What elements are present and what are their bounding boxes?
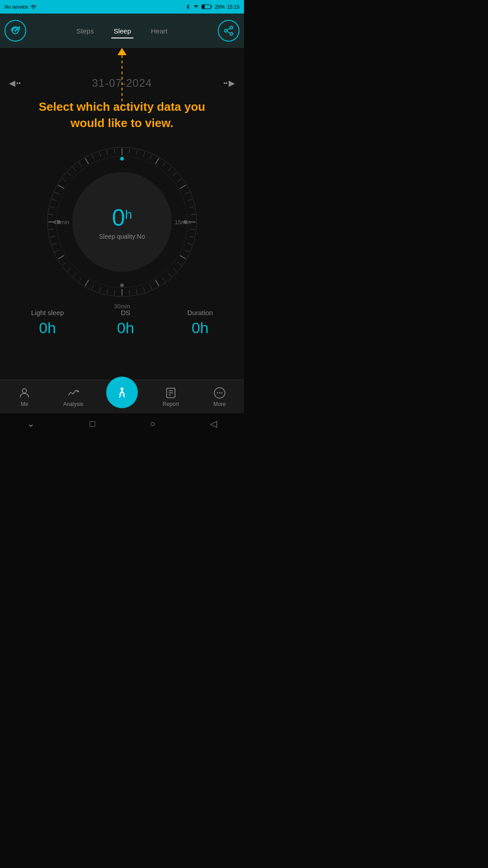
prompt-text: Select which activity data you would lik… xyxy=(25,90,219,141)
refresh-button[interactable] xyxy=(5,20,26,42)
svg-line-60 xyxy=(55,192,59,193)
sys-nav-circle[interactable]: ○ xyxy=(150,419,155,429)
svg-line-19 xyxy=(173,173,177,176)
svg-line-20 xyxy=(178,179,182,181)
svg-point-80 xyxy=(217,392,218,393)
home-center-button[interactable] xyxy=(106,377,138,408)
svg-rect-1 xyxy=(211,6,212,8)
svg-line-12 xyxy=(129,149,130,154)
svg-line-38 xyxy=(143,287,145,292)
svg-line-64 xyxy=(73,167,76,171)
wifi-icon xyxy=(193,4,199,9)
svg-line-33 xyxy=(173,268,177,271)
svg-line-23 xyxy=(188,199,192,200)
svg-line-42 xyxy=(114,290,115,295)
svg-line-63 xyxy=(67,173,71,176)
report-icon xyxy=(164,387,177,399)
dial-inner: 0 h Sleep quality:No xyxy=(72,172,172,272)
nav-report[interactable]: Report xyxy=(146,387,195,407)
svg-rect-2 xyxy=(202,5,205,9)
svg-line-31 xyxy=(180,255,186,259)
nav-report-label: Report xyxy=(163,401,179,407)
tabs-container: Steps Sleep Heart xyxy=(26,24,218,38)
svg-point-4 xyxy=(230,26,233,29)
next-date-button[interactable]: •• ▶ xyxy=(223,78,235,88)
svg-line-37 xyxy=(150,285,152,289)
sleep-time-display: 0 h xyxy=(112,204,132,231)
svg-line-36 xyxy=(155,280,159,286)
svg-point-72 xyxy=(77,390,79,392)
share-button[interactable] xyxy=(218,20,239,42)
svg-point-5 xyxy=(225,29,227,32)
svg-line-54 xyxy=(50,236,55,237)
tab-sleep[interactable]: Sleep xyxy=(104,24,141,38)
bluetooth-icon xyxy=(185,4,191,10)
sys-nav-square[interactable]: □ xyxy=(89,419,95,429)
tab-steps[interactable]: Steps xyxy=(66,24,103,38)
svg-line-24 xyxy=(189,207,194,208)
nav-more[interactable]: More xyxy=(195,387,244,407)
svg-line-57 xyxy=(49,214,54,215)
main-content: ◀ •• 31-07-2024 •• ▶ Select which activi… xyxy=(0,48,244,380)
svg-line-61 xyxy=(58,185,64,189)
nav-me-label: Me xyxy=(21,401,28,407)
svg-line-62 xyxy=(62,179,66,181)
svg-line-32 xyxy=(178,262,182,265)
signal-icon xyxy=(30,3,37,10)
svg-line-67 xyxy=(92,155,94,159)
stat-duration: Duration 0h xyxy=(187,309,213,337)
bottom-nav: Me Analysis Report xyxy=(0,380,244,413)
nav-more-label: More xyxy=(213,401,225,407)
light-sleep-label: Light sleep xyxy=(31,309,64,316)
nav-me[interactable]: Me xyxy=(0,387,49,407)
sleep-unit: h xyxy=(125,208,132,222)
svg-line-49 xyxy=(67,268,71,271)
svg-line-43 xyxy=(107,289,108,294)
sys-nav-back[interactable]: ◁ xyxy=(210,418,217,429)
nav-home[interactable] xyxy=(98,386,146,408)
svg-line-70 xyxy=(114,149,115,154)
nav-analysis-label: Analysis xyxy=(63,401,84,407)
svg-line-68 xyxy=(99,152,101,156)
sleep-dial: 45min 15min 30min 0 h Sleep quality:No xyxy=(45,145,199,299)
svg-line-18 xyxy=(168,167,171,171)
ds-value: 0h xyxy=(117,319,134,337)
svg-line-22 xyxy=(185,192,189,193)
dial-dot-bottom xyxy=(120,283,124,287)
share-icon xyxy=(223,25,234,36)
sys-nav-down[interactable]: ⌄ xyxy=(27,418,35,429)
svg-point-82 xyxy=(221,392,222,393)
sleep-quality: Sleep quality:No xyxy=(99,233,145,240)
time-text: 15:15 xyxy=(227,4,239,9)
battery-text: 29% xyxy=(215,4,225,9)
svg-line-40 xyxy=(129,290,130,295)
svg-line-30 xyxy=(185,250,189,252)
date-navigation: ◀ •• 31-07-2024 •• ▶ xyxy=(0,71,244,90)
svg-point-6 xyxy=(230,33,233,35)
duration-label: Duration xyxy=(187,309,213,316)
nav-analysis[interactable]: Analysis xyxy=(49,387,98,407)
svg-line-65 xyxy=(79,162,81,166)
svg-line-44 xyxy=(99,287,101,292)
svg-line-50 xyxy=(62,262,66,265)
svg-line-28 xyxy=(189,236,194,237)
svg-point-73 xyxy=(113,384,130,401)
label-30min: 30min xyxy=(114,303,130,310)
svg-point-3 xyxy=(14,30,16,32)
svg-line-34 xyxy=(168,273,171,277)
tab-heart[interactable]: Heart xyxy=(141,24,178,38)
svg-line-14 xyxy=(143,152,145,156)
me-icon xyxy=(18,387,31,399)
svg-line-58 xyxy=(50,207,55,208)
status-left: No service xyxy=(5,3,37,10)
svg-line-25 xyxy=(190,214,195,215)
svg-line-13 xyxy=(136,150,137,155)
svg-line-8 xyxy=(227,28,230,30)
stat-ds: DS 0h xyxy=(117,309,134,337)
refresh-icon xyxy=(9,25,21,37)
svg-line-53 xyxy=(52,243,56,245)
system-nav-bar: ⌄ □ ○ ◁ xyxy=(0,413,244,434)
prev-date-button[interactable]: ◀ •• xyxy=(9,78,21,88)
label-45min: 45min xyxy=(53,218,69,225)
svg-line-55 xyxy=(49,229,54,230)
